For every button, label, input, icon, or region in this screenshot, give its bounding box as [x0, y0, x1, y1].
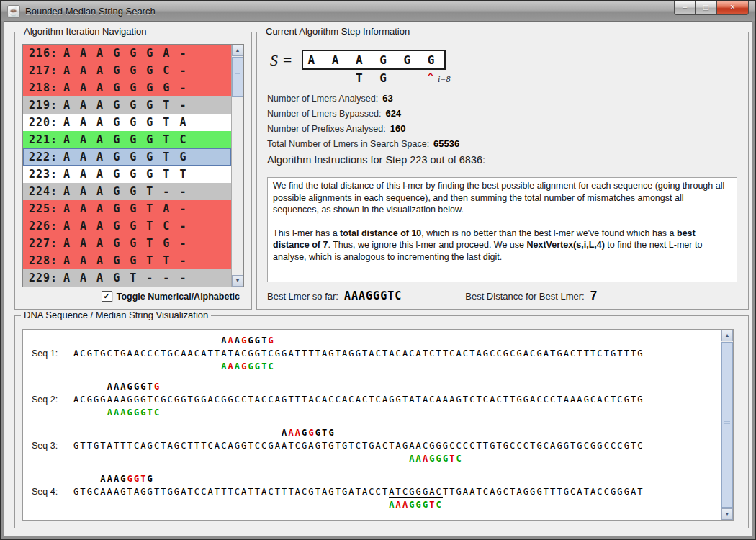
lmer-char: A: [107, 474, 114, 484]
lmer-char: A: [120, 382, 127, 392]
lmer-alignment-line: AAAGGGTG: [23, 426, 721, 439]
scroll-up-button[interactable]: ▲: [721, 330, 733, 341]
iteration-lmer: A A A G T - - -: [63, 271, 188, 284]
iteration-lmer: A A A G G T G -: [63, 237, 188, 250]
lmer-char: G: [255, 336, 261, 346]
iteration-lmer: A A A G G T T -: [63, 254, 188, 267]
scroll-up-icon: ▲: [235, 48, 240, 53]
lmer-char: G: [443, 454, 449, 464]
iteration-row[interactable]: 223:A A A G G G T T: [23, 166, 231, 183]
iteration-lmer: A A A G G G T A: [63, 116, 188, 129]
lmer-char: G: [140, 382, 147, 392]
iteration-number: 229:: [29, 269, 63, 287]
underlined-segment: AACGGGCC: [409, 441, 463, 451]
iteration-row[interactable]: 220:A A A G G G T A: [23, 114, 231, 131]
iteration-number: 217:: [29, 62, 63, 79]
iteration-lmer: A A A G G T C -: [63, 220, 188, 233]
iteration-row[interactable]: 218:A A A G G G G -: [23, 79, 231, 96]
visualization-scrollbar[interactable]: ▲ ▼: [721, 330, 733, 520]
iteration-list-scrollbar[interactable]: ▲ ▼: [231, 45, 243, 287]
lmer-alignment-line: AAAGGGTG: [23, 334, 721, 347]
iteration-lmer: A A A G G T A -: [63, 202, 188, 215]
lmer-char: T: [148, 382, 154, 392]
iteration-row[interactable]: 228:A A A G G T T -: [23, 252, 231, 269]
dna-sequence-line: ACGGGAAAGGGTCGCGGTGGACGGCCTACCAGTTTACACC…: [23, 393, 721, 406]
iteration-row[interactable]: 229:A A A G T - - -: [23, 269, 231, 287]
algorithm-instructions-textarea[interactable]: We find the total distance of this l-mer…: [267, 177, 737, 282]
iteration-number: 228:: [29, 252, 63, 269]
lmer-char: G: [429, 454, 436, 464]
scrollbar-thumb[interactable]: [232, 57, 243, 97]
best-lmer-status-row: Best Lmer so far: AAAGGGTC Best Distance…: [267, 289, 597, 303]
sequence-label: Seq 1:: [32, 347, 58, 360]
scroll-up-button[interactable]: ▲: [232, 45, 243, 56]
instruction-text: NextVertex(s,i,L,4): [526, 240, 604, 250]
scrollbar-thumb[interactable]: [721, 342, 733, 508]
checkbox-box[interactable]: ✓: [102, 291, 112, 302]
iteration-row[interactable]: 216:A A A G G G A -: [23, 45, 231, 62]
lmer-char: A: [235, 336, 241, 346]
iteration-row[interactable]: 221:A A A G G G T C: [23, 131, 231, 148]
iteration-number: 221:: [29, 131, 63, 148]
lmer-char: A: [295, 428, 302, 438]
iteration-list[interactable]: 216:A A A G G G A -217:A A A G G G C -21…: [22, 44, 244, 287]
scroll-down-button[interactable]: ▼: [232, 275, 243, 287]
iteration-number: 216:: [29, 45, 63, 62]
lmer-alignment-line: AAAGGGTC: [23, 360, 721, 373]
iteration-lmer: A A A G G G T -: [63, 99, 188, 112]
close-button[interactable]: ×: [716, 1, 749, 15]
iteration-row[interactable]: 225:A A A G G T A -: [23, 200, 231, 217]
lmer-char: T: [148, 408, 154, 418]
iteration-lmer: A A A G G T - -: [63, 185, 188, 198]
lmer-char: C: [436, 500, 443, 510]
step-panel-title: Current Algorithm Step Information: [263, 26, 413, 37]
lmer-char: A: [228, 336, 234, 346]
lmer-alignment-line: AAAGGGTC: [23, 452, 721, 465]
underlined-segment: AAAGGGTC: [107, 395, 161, 405]
lmer-char: T: [429, 500, 436, 510]
dna-visualization-panel: DNA Sequence / Median String Visualizati…: [14, 315, 749, 528]
lmer-char: G: [328, 428, 335, 438]
minimize-button[interactable]: −: [674, 1, 696, 15]
iteration-lmer: A A A G G G G -: [63, 81, 188, 94]
iteration-row[interactable]: 224:A A A G G T - -: [23, 183, 231, 200]
iteration-row[interactable]: 226:A A A G G T C -: [23, 217, 231, 235]
iteration-lmer: A A A G G G A -: [63, 47, 188, 60]
s-equals-label: S =: [270, 51, 292, 70]
lmer-char: G: [127, 408, 134, 418]
lmer-alignment-line: AAAGGGTC: [23, 498, 721, 511]
sequence-label: Seq 3:: [32, 439, 58, 452]
lmer-char: A: [100, 474, 107, 484]
stat-row: Number of Prefixes Analysed:160: [267, 123, 459, 138]
stat-row: Number of Lmers Analysed:63: [267, 93, 459, 108]
lmer-char: A: [416, 454, 423, 464]
iteration-row[interactable]: 219:A A A G G G T -: [23, 96, 231, 114]
iteration-row[interactable]: 222:A A A G G G T G: [23, 148, 231, 166]
best-distance-value: 7: [590, 289, 597, 303]
lmer-char: G: [248, 361, 254, 372]
nav-panel-title: Algorithm Iteration Navigation: [21, 26, 150, 37]
dna-sequence-line: GTTGTATTTCAGCTAGCTTTCACAGGTCCGAATCGAGTGT…: [23, 439, 721, 452]
position-index-label: i=8: [438, 74, 450, 85]
scroll-down-button[interactable]: ▼: [721, 508, 733, 520]
lmer-char: G: [436, 454, 443, 464]
maximize-button[interactable]: □: [696, 1, 716, 15]
visualization-viewport: AAAGGGTGACGTGCTGAACCCTGCAACATTATACGGTCGG…: [22, 329, 734, 521]
iteration-row[interactable]: 217:A A A G G G C -: [23, 62, 231, 79]
iteration-row[interactable]: 227:A A A G G T G -: [23, 235, 231, 252]
lmer-char: T: [322, 428, 328, 438]
instruction-paragraph: We find the total distance of this l-mer…: [273, 180, 732, 216]
toggle-numerical-alphabetic-checkbox[interactable]: ✓ Toggle Numerical/Alphabetic: [102, 291, 240, 302]
lmer-char: A: [235, 361, 241, 372]
titlebar: ☕ Bounded Median String Search − □ ×: [1, 1, 755, 21]
minimize-icon: −: [682, 2, 687, 12]
iteration-lmer: A A A G G G T C: [63, 133, 188, 146]
lmer-char: T: [449, 454, 456, 464]
lmer-char: G: [308, 428, 315, 438]
best-lmer-value: AAAGGGTC: [344, 289, 402, 302]
lmer-char: G: [134, 382, 140, 392]
lmer-char: G: [134, 474, 140, 484]
current-lmer-box: A A A G G G T G: [302, 50, 446, 70]
lmer-char: C: [268, 361, 274, 372]
lmer-char: A: [396, 500, 402, 510]
